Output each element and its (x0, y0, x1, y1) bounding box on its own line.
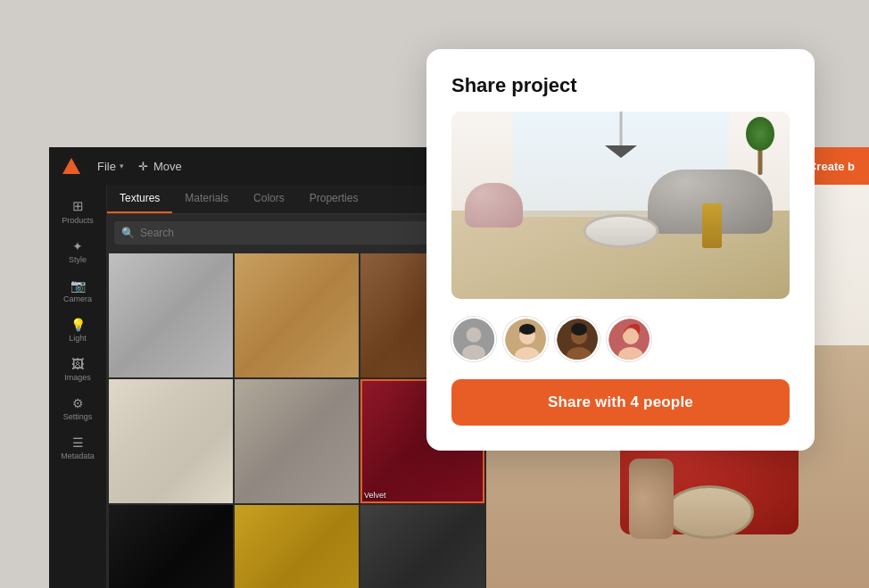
sidebar-item-metadata[interactable]: ☰ Metadata (52, 429, 103, 467)
move-tool[interactable]: ✛ Move (138, 160, 182, 173)
tab-textures[interactable]: Textures (107, 185, 172, 213)
avatars-row (451, 317, 790, 361)
share-button[interactable]: Share with 4 people (451, 379, 790, 426)
texture-cell-concrete[interactable] (109, 253, 233, 377)
sidebar-item-light[interactable]: 💡 Light (52, 311, 103, 349)
settings-icon: ⚙ (72, 396, 84, 410)
sidebar-item-style[interactable]: ✦ Style (52, 233, 103, 270)
sidebar-item-settings-label: Settings (63, 412, 93, 421)
sidebar-item-camera[interactable]: 📷 Camera (52, 272, 103, 310)
toolbar: File ▾ ✛ Move (49, 147, 486, 185)
texture-label-velvet: Velvet (364, 491, 386, 500)
metadata-icon: ☰ (72, 435, 84, 450)
chevron-down-icon: ▾ (120, 161, 124, 170)
tab-properties[interactable]: Properties (297, 185, 371, 213)
texture-cell-marble[interactable] (109, 379, 233, 503)
move-label: Move (153, 160, 182, 173)
share-modal: Share project (426, 49, 815, 451)
move-icon: ✛ (138, 160, 148, 173)
style-icon: ✦ (72, 239, 83, 253)
tab-colors[interactable]: Colors (241, 185, 297, 213)
products-icon: ⊞ (72, 198, 84, 214)
sidebar-item-style-label: Style (69, 255, 87, 264)
sidebar-item-images-label: Images (64, 373, 91, 382)
texture-cell-wood-brown[interactable] (235, 253, 359, 377)
file-menu[interactable]: File ▾ (97, 160, 124, 173)
texture-cell-stone[interactable] (235, 379, 359, 503)
avatar-1[interactable] (451, 317, 496, 361)
sidebar-item-products-label: Products (62, 216, 94, 225)
sidebar-item-metadata-label: Metadata (61, 451, 95, 460)
app-window: File ▾ ✛ Move ⊞ Products ✦ Style 📷 Camer… (49, 147, 486, 588)
camera-icon: 📷 (70, 278, 86, 293)
tab-materials[interactable]: Materials (172, 185, 241, 213)
avatar-2[interactable] (503, 317, 548, 361)
sidebar-item-camera-label: Camera (63, 294, 92, 303)
texture-cell-gold[interactable] (235, 505, 359, 588)
avatar-3[interactable] (555, 317, 600, 361)
texture-cell-black[interactable] (109, 505, 233, 588)
svg-point-6 (519, 324, 535, 335)
images-icon: 🖼 (71, 357, 84, 371)
avatar-4[interactable] (607, 317, 651, 361)
sidebar-item-light-label: Light (69, 334, 87, 343)
light-icon: 💡 (70, 318, 86, 332)
logo (60, 154, 83, 178)
search-icon: 🔍 (121, 227, 135, 239)
search-bar: 🔍 ≡ (114, 221, 479, 244)
svg-point-10 (571, 323, 587, 335)
modal-preview (451, 112, 790, 299)
search-input[interactable] (140, 227, 459, 239)
modal-title: Share project (451, 74, 790, 97)
svg-point-2 (462, 344, 485, 360)
sidebar-item-settings[interactable]: ⚙ Settings (52, 390, 103, 427)
sidebar-item-products[interactable]: ⊞ Products (52, 192, 103, 231)
sidebar: ⊞ Products ✦ Style 📷 Camera 💡 Light 🖼 Im… (49, 185, 107, 588)
sidebar-item-images[interactable]: 🖼 Images (52, 351, 103, 388)
file-label: File (97, 160, 116, 173)
svg-point-1 (467, 327, 482, 343)
texture-cell-gray[interactable] (360, 505, 484, 588)
